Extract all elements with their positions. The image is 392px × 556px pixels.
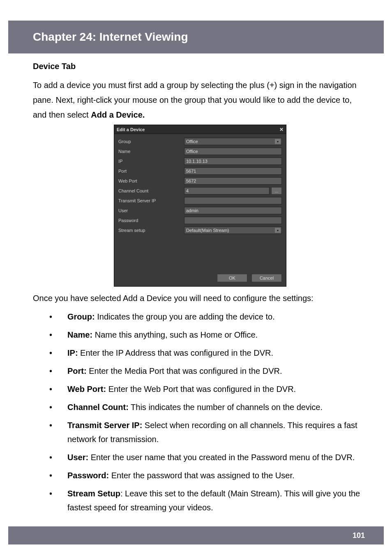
row-group: Group Office	[118, 137, 282, 146]
password-input[interactable]	[184, 217, 282, 224]
list-item: Group: Indicates the group you are addin…	[49, 310, 367, 324]
list-item: Port: Enter the Media Port that was conf…	[49, 364, 367, 378]
intro-text-a: To add a device you must first add a gro…	[33, 81, 357, 119]
list-item: User: Enter the user name that you creat…	[49, 450, 367, 464]
stream-setup-dropdown[interactable]: Default(Main Stream)	[184, 227, 282, 234]
page-number: 101	[353, 531, 365, 540]
ellipsis-label: ...	[275, 189, 278, 193]
port-value: 5671	[186, 169, 196, 174]
row-webport: Web Port 5672	[118, 177, 282, 185]
row-stream-setup: Stream setup Default(Main Stream)	[118, 226, 282, 234]
name-input[interactable]: Office	[184, 148, 282, 155]
term: Password:	[67, 471, 109, 480]
name-value: Office	[186, 149, 198, 154]
label-name: Name	[118, 149, 184, 154]
row-port: Port 5671	[118, 167, 282, 175]
label-group: Group	[118, 139, 184, 144]
user-input[interactable]: admin	[184, 207, 282, 214]
term: Channel Count:	[67, 403, 129, 412]
footer-band: 101	[8, 526, 384, 544]
label-user: User	[118, 208, 184, 213]
term-text: Enter the IP Address that was configured…	[78, 348, 273, 357]
dialog-body: Group Office Name Office IP	[114, 134, 286, 271]
label-stream-setup: Stream setup	[118, 228, 184, 233]
term: Port:	[67, 366, 87, 375]
ip-input[interactable]: 10.1.10.13	[184, 158, 282, 165]
term: Transmit Server IP:	[67, 421, 142, 430]
chapter-header-band: Chapter 24: Internet Viewing	[8, 21, 384, 53]
ok-label: OK	[229, 276, 235, 280]
term-text: Enter the Web Port that was configured i…	[106, 385, 296, 394]
term: Name:	[67, 330, 92, 339]
term: Group:	[67, 312, 95, 321]
term: Stream Setup	[67, 489, 120, 498]
dialog-spacer	[118, 236, 282, 269]
channel-count-browse-button[interactable]: ...	[271, 187, 282, 195]
webport-value: 5672	[186, 178, 196, 183]
content-area: Device Tab To add a device you must firs…	[33, 62, 367, 519]
dialog-screenshot-wrap: Edit a Device ✕ Group Office Name	[33, 125, 367, 287]
row-user: User admin	[118, 206, 282, 215]
chevron-down-icon[interactable]	[275, 228, 281, 233]
row-channel-count: Channel Count 4 ...	[118, 187, 282, 195]
row-ip: IP 10.1.10.13	[118, 157, 282, 165]
list-item: Password: Enter the password that was as…	[49, 468, 367, 482]
list-item: Name: Name this anything, such as Home o…	[49, 328, 367, 342]
ok-button[interactable]: OK	[217, 274, 247, 282]
list-item: Web Port: Enter the Web Port that was co…	[49, 382, 367, 396]
section-heading: Device Tab	[33, 62, 367, 71]
dialog-footer: OK Cancel	[114, 271, 286, 286]
port-input[interactable]: 5671	[184, 167, 282, 175]
user-value: admin	[186, 208, 198, 213]
intro-paragraph: To add a device you must first add a gro…	[33, 78, 367, 122]
label-password: Password	[118, 218, 184, 223]
definitions-list: Group: Indicates the group you are addin…	[33, 310, 367, 514]
term-text: Enter the user name that you created in …	[88, 453, 355, 462]
channel-count-input[interactable]: 4	[184, 187, 270, 195]
edit-device-dialog: Edit a Device ✕ Group Office Name	[114, 125, 286, 287]
close-icon[interactable]: ✕	[279, 127, 284, 132]
label-port: Port	[118, 169, 184, 174]
ip-value: 10.1.10.13	[186, 159, 208, 164]
label-channel-count: Channel Count	[118, 188, 184, 193]
term-text: Enter the password that was assigned to …	[109, 471, 294, 480]
term-text: Enter the Media Port that was configured…	[87, 366, 282, 375]
row-password: Password	[118, 216, 282, 225]
chevron-down-icon[interactable]	[275, 139, 281, 144]
list-item: Transmit Server IP: Select when recordin…	[49, 418, 367, 446]
stream-setup-value: Default(Main Stream)	[186, 228, 229, 233]
term-text: Indicates the group you are adding the d…	[95, 312, 275, 321]
transmit-server-input[interactable]	[184, 197, 282, 204]
dialog-titlebar: Edit a Device ✕	[114, 125, 286, 134]
term-text: Name this anything, such as Home or Offi…	[92, 330, 258, 339]
group-value: Office	[186, 139, 198, 144]
group-dropdown[interactable]: Office	[184, 138, 282, 145]
list-item: Stream Setup: Leave this set to the defa…	[49, 486, 367, 514]
cancel-label: Cancel	[260, 276, 274, 280]
row-transmit-server: Transmit Server IP	[118, 197, 282, 205]
channel-count-value: 4	[186, 188, 189, 193]
list-item: Channel Count: This indicates the number…	[49, 400, 367, 414]
chapter-title: Chapter 24: Internet Viewing	[33, 30, 188, 44]
term: Web Port:	[67, 385, 106, 394]
page: Chapter 24: Internet Viewing Device Tab …	[0, 0, 392, 556]
label-webport: Web Port	[118, 178, 184, 183]
label-transmit-server: Transmit Server IP	[118, 198, 184, 203]
list-item: IP: Enter the IP Address that was config…	[49, 346, 367, 360]
term: User:	[67, 453, 88, 462]
after-dialog-paragraph: Once you have selected Add a Device you …	[33, 291, 367, 306]
term: IP:	[67, 348, 78, 357]
intro-add-a-device-bold: Add a Device.	[91, 110, 145, 119]
dialog-title: Edit a Device	[117, 127, 145, 132]
label-ip: IP	[118, 159, 184, 164]
term-text: This indicates the number of channels on…	[129, 403, 323, 412]
cancel-button[interactable]: Cancel	[251, 274, 282, 282]
row-name: Name Office	[118, 147, 282, 155]
webport-input[interactable]: 5672	[184, 177, 282, 185]
